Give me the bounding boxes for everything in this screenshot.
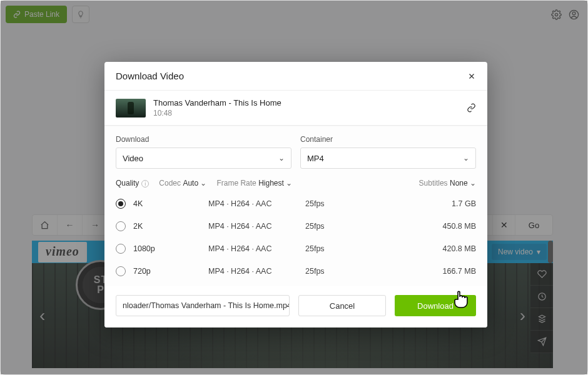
video-info-row: Thomas Vanderham - This Is Home 10:48 xyxy=(104,91,487,126)
quality-label: Qualityi xyxy=(116,179,149,188)
download-video-dialog: Download Video Thomas Vanderham - This I… xyxy=(104,62,487,328)
framerate-dropdown[interactable]: Frame Rate Highest ⌄ xyxy=(216,179,292,188)
save-path-text: nloader/Thomas Vanderham - This Is Home.… xyxy=(123,301,290,310)
dialog-footer: nloader/Thomas Vanderham - This Is Home.… xyxy=(104,286,487,328)
radio-icon xyxy=(116,221,126,231)
radio-icon xyxy=(116,199,126,209)
dialog-body: Download Video ⌄ Container MP4 ⌄ Quality… xyxy=(104,126,487,286)
quality-codec: MP4 · H264 · AAC xyxy=(208,244,305,253)
quality-codec: MP4 · H264 · AAC xyxy=(208,199,305,208)
radio-icon xyxy=(116,244,126,254)
chevron-down-icon: ⌄ xyxy=(470,179,476,188)
quality-list: 4KMP4 · H264 · AAC25fps1.7 GB2KMP4 · H26… xyxy=(116,192,476,282)
quality-option[interactable]: 1080pMP4 · H264 · AAC25fps420.8 MB xyxy=(116,238,476,260)
video-thumbnail xyxy=(116,99,146,118)
download-type-select[interactable]: Video ⌄ xyxy=(116,148,291,169)
download-type-label: Download xyxy=(116,135,291,144)
quality-fps: 25fps xyxy=(305,244,355,253)
download-button[interactable]: Download xyxy=(395,295,476,316)
radio-icon xyxy=(116,266,126,276)
quality-codec: MP4 · H264 · AAC xyxy=(208,222,305,231)
copy-link-button[interactable] xyxy=(467,103,476,112)
subtitles-dropdown[interactable]: Subtitles None ⌄ xyxy=(419,179,476,188)
chevron-down-icon: ⌄ xyxy=(463,154,469,162)
quality-fps: 25fps xyxy=(305,199,355,208)
cancel-button[interactable]: Cancel xyxy=(298,295,386,316)
quality-option[interactable]: 2KMP4 · H264 · AAC25fps450.8 MB xyxy=(116,215,476,238)
quality-size: 450.8 MB xyxy=(442,222,476,231)
quality-name: 2K xyxy=(133,222,208,231)
quality-size: 420.8 MB xyxy=(442,244,476,253)
dialog-title: Download Video xyxy=(116,71,184,81)
chevron-down-icon: ⌄ xyxy=(278,154,285,162)
close-icon xyxy=(467,72,476,81)
app-window: Paste Link ← → ✕ Go vimeo New video ▾ ST… xyxy=(0,0,588,375)
chevron-down-icon: ⌄ xyxy=(286,179,292,188)
quality-name: 720p xyxy=(133,267,208,276)
quality-option[interactable]: 4KMP4 · H264 · AAC25fps1.7 GB xyxy=(116,192,476,215)
close-button[interactable] xyxy=(467,72,476,81)
dialog-header: Download Video xyxy=(104,62,487,91)
save-path-field[interactable]: nloader/Thomas Vanderham - This Is Home.… xyxy=(116,295,290,316)
video-title: Thomas Vanderham - This Is Home xyxy=(153,98,281,108)
quality-filters: Qualityi Codec Auto ⌄ Frame Rate Highest… xyxy=(116,179,476,188)
quality-size: 1.7 GB xyxy=(452,199,476,208)
link-icon xyxy=(467,103,476,112)
quality-option[interactable]: 720pMP4 · H264 · AAC25fps166.7 MB xyxy=(116,260,476,282)
container-select[interactable]: MP4 ⌄ xyxy=(300,148,476,169)
quality-size: 166.7 MB xyxy=(442,267,476,276)
video-duration: 10:48 xyxy=(153,109,281,118)
quality-codec: MP4 · H264 · AAC xyxy=(208,267,305,276)
codec-dropdown[interactable]: Codec Auto ⌄ xyxy=(159,179,206,188)
quality-fps: 25fps xyxy=(305,267,355,276)
chevron-down-icon: ⌄ xyxy=(200,179,206,188)
quality-fps: 25fps xyxy=(305,222,355,231)
info-icon[interactable]: i xyxy=(141,180,149,188)
quality-name: 4K xyxy=(133,199,208,208)
quality-name: 1080p xyxy=(133,244,208,253)
container-label: Container xyxy=(300,135,476,144)
